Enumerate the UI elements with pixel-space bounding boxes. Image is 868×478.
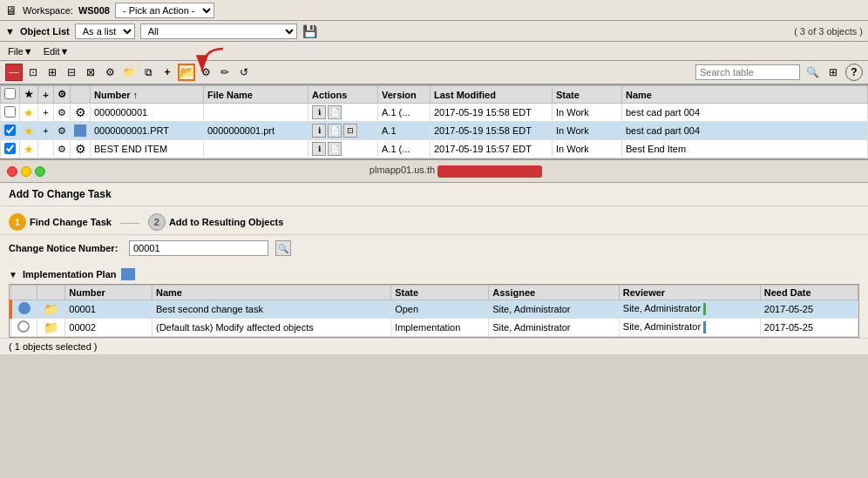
expand-btn[interactable]: ⊠ [82, 64, 99, 81]
add-change-task-title: Add To Change Task [0, 183, 868, 206]
row1-star[interactable]: ★ [20, 104, 38, 122]
action-dropdown[interactable]: - Pick an Action - [115, 3, 214, 18]
search-btn[interactable]: 🔍 [804, 64, 821, 81]
bt-row1-reviewer: Site, Administrator [619, 300, 760, 319]
close-btn[interactable] [7, 166, 17, 177]
row3-star[interactable]: ★ [20, 140, 38, 158]
row3-check[interactable] [1, 140, 20, 158]
row2-state: In Work [553, 122, 622, 140]
row2-number: 0000000001.PRT [91, 122, 204, 140]
row3-modified: 2017-05-19 15:57 EDT [431, 140, 553, 158]
edit-menu[interactable]: Edit▼ [41, 45, 72, 57]
row1-check[interactable] [1, 104, 20, 122]
bt-row1-name: Best second change task [152, 300, 390, 319]
bt-col-name: Name [152, 286, 390, 300]
step-separator: —— [120, 217, 139, 227]
row2-plus[interactable]: + [38, 122, 54, 140]
copy-btn[interactable]: ⧉ [139, 64, 157, 81]
filter-dropdown[interactable]: All [140, 24, 297, 39]
col-header-check[interactable] [1, 86, 20, 104]
toolbar: — ⊡ ⊞ ⊟ ⊠ ⚙ 📁 ⧉ + 📂 ⚙ ✏ ↺ 🔍 ⊞ ? [0, 61, 868, 85]
radio-selected[interactable] [18, 302, 31, 314]
bt-row2-icon: 📁 [37, 319, 64, 337]
change-notice-label: Change Notice Number: [9, 243, 122, 253]
table-row: ★ + ⚙ ⚙ 0000000001 ℹ 📄 A.1 (... 2017-05-… [1, 104, 868, 122]
row1-action-doc[interactable]: 📄 [328, 105, 342, 119]
bt-col-state: State [391, 286, 489, 300]
row2-action-extra[interactable]: ⊡ [343, 124, 357, 138]
bt-row1-state: Open [391, 300, 489, 319]
reviewer-bar-blue [703, 321, 706, 333]
bottom-table-row: 📁 00001 Best second change task Open Sit… [11, 300, 858, 319]
row3-state: In Work [553, 140, 622, 158]
col-header-number[interactable]: Number ↑ [91, 86, 204, 104]
table-row: ★ ⚙ ⚙ BEST END ITEM ℹ 📄 A.1 (... 2017-05… [1, 140, 868, 158]
settings-btn[interactable]: ⚙ [101, 64, 119, 81]
row2-action-doc[interactable]: 📄 [328, 124, 342, 138]
server-url: plmapp01.us.th [370, 165, 542, 177]
collapse-toggle[interactable]: ▼ [5, 26, 15, 37]
view-dropdown[interactable]: As a list [75, 24, 135, 39]
bottom-table: Number Name State Assignee Reviewer Need… [10, 285, 858, 337]
wizard-step2[interactable]: 2 Add to Resulting Objects [148, 213, 283, 231]
minimize-btn[interactable] [21, 166, 31, 177]
row3-action-doc[interactable]: 📄 [328, 142, 342, 156]
bt-row1-assignee: Site, Administrator [489, 300, 620, 319]
row3-name: Best End Item [622, 140, 868, 158]
row2-version: A.1 [378, 122, 431, 140]
refresh-btn[interactable]: ↺ [235, 64, 253, 81]
bt-row1-radio[interactable] [11, 300, 37, 319]
remove-btn[interactable]: — [5, 64, 23, 81]
collapse-btn[interactable]: ⊟ [63, 64, 80, 81]
save-icon[interactable]: 💾 [302, 24, 317, 38]
row2-star[interactable]: ★ [20, 122, 38, 140]
row1-action-info[interactable]: ℹ [312, 105, 326, 119]
change-notice-input[interactable] [129, 240, 268, 256]
row3-gear[interactable]: ⚙ [54, 140, 71, 158]
change-notice-search-btn[interactable]: 🔍 [275, 240, 291, 256]
search-input[interactable] [695, 64, 800, 80]
select-all-checkbox[interactable] [4, 88, 16, 99]
row1-name: best cad part 004 [622, 104, 868, 122]
row3-actions: ℹ 📄 [309, 140, 378, 158]
bt-col-icon [37, 286, 64, 300]
object-list-bar: ▼ Object List As a list All 💾 ( 3 of 3 o… [0, 21, 868, 42]
row2-check[interactable] [1, 122, 20, 140]
impl-plan-label: Implementation Plan [23, 269, 117, 279]
row1-actions: ℹ 📄 [309, 104, 378, 122]
bottom-table-container: Number Name State Assignee Reviewer Need… [9, 284, 859, 338]
new2-btn[interactable]: ⊞ [44, 64, 61, 81]
row3-action-info[interactable]: ℹ [312, 142, 326, 156]
help-btn[interactable]: ? [845, 64, 863, 81]
workspace-bar: 🖥 Workspace: WS008 - Pick an Action - [0, 0, 868, 21]
col-header-filename: File Name [204, 86, 309, 104]
bt-row2-needdate: 2017-05-25 [760, 319, 858, 337]
reviewer-bar-green [703, 303, 706, 315]
traffic-lights [7, 166, 45, 177]
row1-icon: ⚙ [71, 104, 91, 122]
row3-plus[interactable] [38, 140, 54, 158]
row1-plus[interactable]: + [38, 104, 54, 122]
row1-gear[interactable]: ⚙ [54, 104, 71, 122]
file-menu[interactable]: File▼ [5, 45, 36, 57]
bt-col-radio [11, 286, 37, 300]
col-header-icon [71, 86, 91, 104]
new-doc-btn[interactable]: ⊡ [24, 64, 42, 81]
radio-empty[interactable] [17, 320, 30, 333]
bottom-panel: plmapp01.us.th Add To Change Task 1 Find… [0, 160, 868, 354]
wizard-step1[interactable]: 1 Find Change Task [9, 213, 112, 231]
add-folder-btn[interactable]: 📁 [120, 64, 138, 81]
bottom-title-bar: plmapp01.us.th [0, 160, 868, 183]
impl-collapse-icon[interactable]: ▼ [9, 270, 17, 279]
row2-gear[interactable]: ⚙ [54, 122, 71, 140]
row3-number: BEST END ITEM [91, 140, 204, 158]
add-btn[interactable]: + [159, 64, 176, 81]
maximize-btn[interactable] [35, 166, 45, 177]
bt-row2-radio[interactable] [11, 319, 37, 337]
bt-row2-assignee: Site, Administrator [489, 319, 620, 337]
bt-row2-state: Implementation [391, 319, 489, 337]
grid-view-btn[interactable]: ⊞ [824, 64, 842, 81]
row2-action-info[interactable]: ℹ [312, 124, 326, 138]
col-header-gear: ⚙ [54, 86, 71, 104]
row2-actions: ℹ 📄 ⊡ [309, 122, 378, 140]
